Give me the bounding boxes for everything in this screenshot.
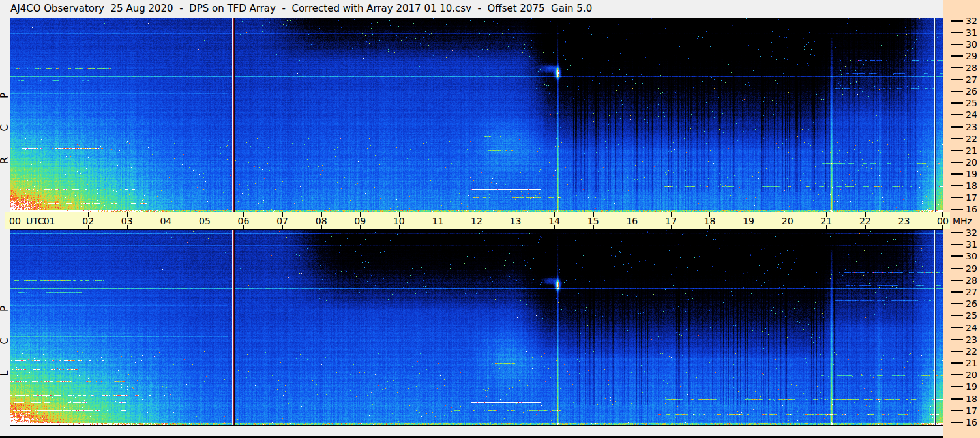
freq-label: 22 <box>966 345 977 357</box>
hour-tick <box>942 212 943 217</box>
time-label-00-right: 00 <box>937 215 949 227</box>
freq-tick-dash <box>951 150 963 151</box>
freq-tick-dash <box>951 327 963 328</box>
freq-tick-dash <box>951 67 963 68</box>
spectrogram-canvas-rcp <box>10 18 943 212</box>
freq-label: 18 <box>966 393 977 405</box>
freq-tick-dash <box>951 55 963 57</box>
hour-label: 04 <box>160 215 171 227</box>
freq-label: 17 <box>966 192 977 203</box>
freq-tick-dash <box>951 197 963 198</box>
hour-tick <box>942 225 943 229</box>
freq-tick-dash <box>951 91 963 92</box>
hour-label: 18 <box>704 215 716 227</box>
freq-tick-dash <box>951 422 963 423</box>
freq-label: 28 <box>966 62 977 74</box>
hour-label: 22 <box>859 215 871 227</box>
hour-label: 06 <box>238 215 250 227</box>
freq-tick-dash <box>951 280 963 281</box>
hour-label: 02 <box>82 215 94 227</box>
freq-tick-dash <box>951 268 963 269</box>
hour-label: 07 <box>276 215 288 227</box>
freq-label: 29 <box>966 50 977 62</box>
freq-label: 21 <box>966 357 977 369</box>
freq-label: 18 <box>966 180 977 192</box>
freq-label: 17 <box>966 405 977 416</box>
hour-label: 15 <box>587 215 599 227</box>
hour-label: 23 <box>898 215 910 227</box>
freq-tick-dash <box>951 126 963 128</box>
hour-label: 19 <box>743 215 754 227</box>
spectrogram-canvas-lcp <box>10 230 943 425</box>
hour-label: 05 <box>199 215 211 227</box>
freq-tick-dash <box>951 374 963 375</box>
freq-label: 16 <box>966 203 977 215</box>
freq-label: 19 <box>966 168 977 180</box>
panel-label-rcp: RCP <box>0 18 10 212</box>
freq-tick-dash <box>951 232 963 233</box>
freq-label: 26 <box>966 298 977 310</box>
freq-label: 26 <box>966 85 977 97</box>
time-label-00-left: 00 <box>9 215 21 227</box>
freq-label: 30 <box>966 250 977 262</box>
hour-label: 21 <box>820 215 832 227</box>
freq-tick-dash <box>951 32 963 33</box>
hour-label: 16 <box>626 215 638 227</box>
freq-label: 25 <box>966 97 977 109</box>
hour-label: 17 <box>665 215 677 227</box>
freq-tick-dash <box>951 138 963 139</box>
freq-label: 32 <box>966 15 977 27</box>
freq-tick-dash <box>951 79 963 80</box>
hour-label: 14 <box>548 215 560 227</box>
freq-tick-dash <box>951 303 963 304</box>
hour-label: 20 <box>782 215 794 227</box>
freq-label: 25 <box>966 310 977 321</box>
freq-label: 31 <box>966 239 977 250</box>
freq-tick-dash <box>951 339 963 340</box>
freq-label: 19 <box>966 381 977 392</box>
freq-label: 30 <box>966 38 977 50</box>
freq-tick-dash <box>951 185 963 186</box>
freq-tick-dash <box>951 398 963 400</box>
mhz-label: MHz <box>953 215 972 227</box>
freq-label: 22 <box>966 133 977 145</box>
freq-label: 21 <box>966 145 977 156</box>
freq-tick-dash <box>951 114 963 115</box>
freq-label: 23 <box>966 334 977 345</box>
hour-label: 08 <box>316 215 327 227</box>
hour-label: 12 <box>471 215 483 227</box>
freq-label: 29 <box>966 263 977 274</box>
spectrogram-panel-rcp <box>10 18 943 212</box>
utc-label: UTC <box>26 215 44 227</box>
freq-tick-dash <box>951 102 963 104</box>
freq-label: 27 <box>966 74 977 85</box>
hour-label: 03 <box>121 215 133 227</box>
lcp-label-text: LCP <box>0 280 10 376</box>
freq-tick-dash <box>951 44 963 45</box>
freq-label: 20 <box>966 369 977 381</box>
freq-tick-dash <box>951 291 963 293</box>
freq-label: 20 <box>966 156 977 168</box>
freq-tick-dash <box>951 209 963 210</box>
freq-tick-dash <box>951 173 963 175</box>
spectrogram-panel-lcp <box>10 229 943 426</box>
freq-tick-dash <box>951 386 963 387</box>
freq-tick-dash <box>951 362 963 364</box>
freq-tick-dash <box>951 162 963 163</box>
freq-tick-dash <box>951 256 963 257</box>
freq-tick-dash <box>951 244 963 245</box>
freq-label: 31 <box>966 27 977 38</box>
hour-label: 01 <box>44 215 55 227</box>
freq-label: 27 <box>966 286 977 298</box>
freq-label: 24 <box>966 109 977 121</box>
freq-label: 32 <box>966 227 977 239</box>
freq-label: 24 <box>966 322 977 334</box>
hour-label: 13 <box>510 215 522 227</box>
hour-label: 10 <box>393 215 405 227</box>
freq-tick-dash <box>951 315 963 316</box>
panel-label-lcp: LCP <box>0 229 10 426</box>
freq-tick-dash <box>951 351 963 352</box>
freq-label: 23 <box>966 121 977 133</box>
freq-label: 28 <box>966 274 977 286</box>
freq-label: 16 <box>966 416 977 428</box>
